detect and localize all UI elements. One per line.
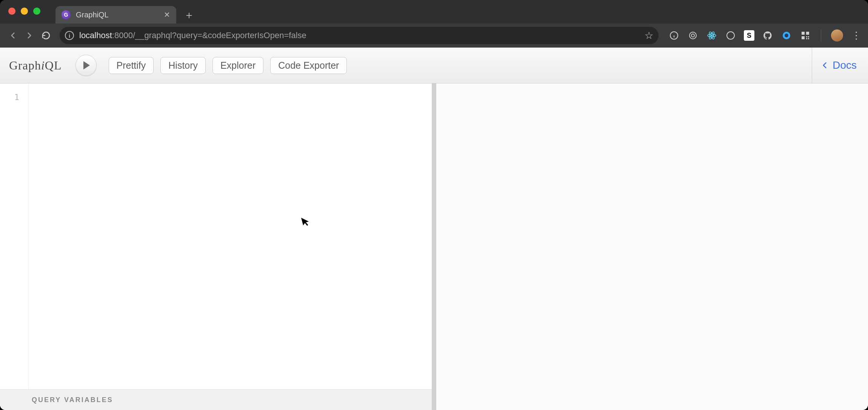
query-variables-toggle[interactable]: QUERY VARIABLES: [0, 389, 432, 410]
svg-rect-18: [808, 38, 809, 39]
svg-rect-13: [806, 32, 809, 35]
extension-github-icon[interactable]: [762, 30, 773, 41]
svg-point-8: [711, 35, 712, 36]
window-maximize-button[interactable]: [33, 8, 40, 15]
profile-avatar[interactable]: [831, 29, 843, 42]
nav-reload-button[interactable]: [39, 29, 53, 42]
extension-circle-icon[interactable]: [781, 30, 792, 41]
query-variables-label: QUERY VARIABLES: [32, 396, 113, 404]
svg-rect-14: [802, 36, 805, 39]
extension-info-icon[interactable]: [668, 30, 680, 41]
window-minimize-button[interactable]: [21, 8, 28, 15]
history-button[interactable]: History: [160, 57, 206, 74]
site-info-icon[interactable]: i: [65, 31, 74, 40]
play-icon: [83, 61, 90, 69]
docs-label: Docs: [833, 59, 857, 71]
svg-rect-17: [806, 38, 807, 39]
svg-rect-16: [808, 36, 809, 37]
extension-react-icon[interactable]: [706, 30, 717, 41]
address-bar[interactable]: i localhost:8000/__graphql?query=&codeEx…: [60, 27, 659, 44]
query-editor[interactable]: 1: [0, 83, 432, 389]
browser-menu-button[interactable]: ⋮: [851, 30, 862, 41]
bookmark-star-icon[interactable]: ☆: [645, 30, 653, 42]
svg-point-11: [785, 34, 788, 37]
editor-panes: 1 QUERY VARIABLES: [0, 83, 868, 410]
app-toolbar: GraphiQL Prettify History Explorer Code …: [0, 48, 868, 83]
execute-button[interactable]: [75, 55, 97, 76]
extension-gatsby-icon[interactable]: [725, 30, 736, 41]
docs-toggle[interactable]: Docs: [812, 48, 868, 83]
tab-title: GraphiQL: [76, 11, 157, 19]
extension-qr-icon[interactable]: [800, 30, 811, 41]
new-tab-button[interactable]: ＋: [183, 9, 195, 21]
svg-point-9: [727, 32, 734, 39]
svg-point-3: [689, 32, 696, 39]
chevron-left-icon: [821, 60, 829, 71]
extension-target-icon[interactable]: [687, 30, 699, 41]
toolbar-separator: [821, 29, 821, 42]
result-pane: [436, 83, 868, 410]
browser-toolbar: i localhost:8000/__graphql?query=&codeEx…: [0, 23, 868, 48]
svg-rect-12: [802, 32, 805, 35]
extension-s-icon[interactable]: S: [744, 30, 754, 41]
browser-tab-active[interactable]: G GraphiQL ✕: [55, 6, 176, 23]
extension-icons: S ⋮: [665, 29, 862, 42]
code-exporter-button[interactable]: Code Exporter: [270, 57, 347, 74]
tab-strip: G GraphiQL ✕ ＋: [55, 0, 195, 23]
nav-back-button[interactable]: [6, 29, 20, 42]
tab-close-button[interactable]: ✕: [163, 11, 171, 19]
tab-favicon-icon: G: [62, 10, 71, 19]
svg-point-4: [691, 34, 694, 37]
url-host: localhost: [79, 31, 112, 40]
prettify-button[interactable]: Prettify: [109, 57, 154, 74]
query-pane: 1 QUERY VARIABLES: [0, 83, 436, 410]
explorer-button[interactable]: Explorer: [212, 57, 263, 74]
code-area[interactable]: [29, 83, 432, 389]
app-container: GraphiQL Prettify History Explorer Code …: [0, 48, 868, 410]
window-controls: [4, 8, 44, 15]
url-path: :8000/__graphql?query=&codeExporterIsOpe…: [112, 31, 306, 40]
nav-forward-button[interactable]: [23, 29, 36, 42]
mouse-cursor-icon: [301, 216, 311, 228]
line-number: 1: [0, 92, 28, 102]
window-close-button[interactable]: [8, 8, 15, 15]
line-gutter: 1: [0, 83, 29, 389]
svg-rect-15: [806, 36, 807, 37]
browser-titlebar: G GraphiQL ✕ ＋: [0, 0, 868, 23]
toolbar-buttons: Prettify History Explorer Code Exporter: [109, 57, 347, 74]
app-logo: GraphiQL: [9, 59, 62, 72]
